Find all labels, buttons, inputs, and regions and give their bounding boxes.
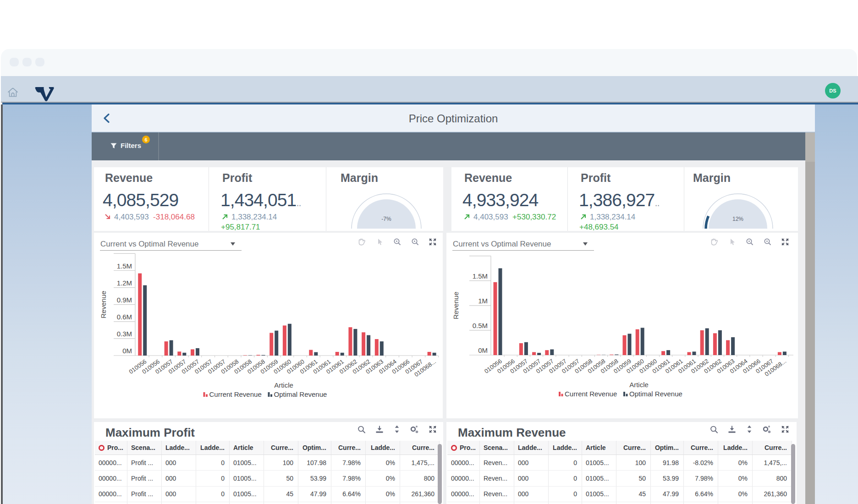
svg-text:0M: 0M <box>478 346 488 354</box>
svg-text:0M: 0M <box>122 347 132 355</box>
svg-text:1.5M: 1.5M <box>473 272 488 280</box>
svg-text:Revenue: Revenue <box>99 291 107 318</box>
svg-text:Optimal Revenue: Optimal Revenue <box>274 390 327 398</box>
svg-text:0.5M: 0.5M <box>473 322 488 329</box>
svg-text:1M: 1M <box>478 297 488 305</box>
svg-text:0.6M: 0.6M <box>117 313 132 321</box>
svg-text:1.2M: 1.2M <box>117 279 132 287</box>
svg-text:0.3M: 0.3M <box>117 330 132 338</box>
svg-text:Article: Article <box>629 381 649 389</box>
svg-text:Article: Article <box>274 381 293 389</box>
svg-text:Revenue: Revenue <box>452 292 460 319</box>
svg-text:1.5M: 1.5M <box>117 262 132 270</box>
svg-text:Current Revenue: Current Revenue <box>565 390 617 398</box>
svg-text:12%: 12% <box>732 216 743 222</box>
svg-text:Current Revenue: Current Revenue <box>209 390 262 398</box>
svg-text:0.9M: 0.9M <box>117 296 132 304</box>
svg-text:Optimal Revenue: Optimal Revenue <box>629 390 682 398</box>
svg-text:-7%: -7% <box>381 216 391 222</box>
